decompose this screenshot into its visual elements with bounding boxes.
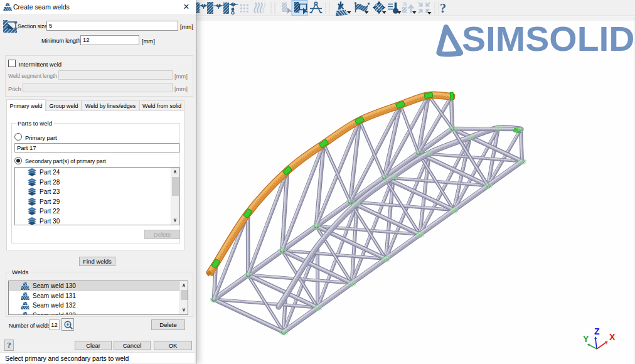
- scroll-down-icon[interactable]: ∨: [180, 306, 188, 314]
- scrollbar[interactable]: ∧∨: [171, 168, 179, 225]
- secondary-parts-radio[interactable]: [14, 157, 22, 164]
- section-size-input[interactable]: 5: [46, 21, 178, 31]
- list-item-label: Part 24: [40, 169, 60, 176]
- weld-segment-length-unit: [mm]: [174, 73, 188, 80]
- secondary-parts-list[interactable]: Part 24Part 28Part 23Part 29Part 22Part …: [14, 167, 179, 225]
- intermittent-checkbox[interactable]: [8, 60, 16, 67]
- welds-list[interactable]: Seam weld 130Seam weld 131Seam weld 132S…: [8, 281, 188, 315]
- scroll-up-icon[interactable]: ∧: [171, 168, 179, 176]
- scroll-down-icon[interactable]: ∨: [171, 216, 179, 225]
- partstack-icon: [28, 178, 36, 186]
- list-item[interactable]: Seam weld 130: [9, 281, 188, 291]
- find-welds-button[interactable]: Find welds: [79, 257, 115, 266]
- partstack-icon: [28, 188, 36, 196]
- weld-segment-length-label: Weld segment length: [8, 73, 57, 79]
- list-item-label: Seam weld 130: [33, 282, 76, 289]
- partstack-icon: [28, 217, 36, 225]
- number-of-welds-label: Number of welds: [9, 323, 50, 329]
- dialog-help-button[interactable]: ?: [4, 340, 14, 351]
- dialog-title: Create seam welds: [13, 3, 70, 11]
- list-item[interactable]: Seam weld 131: [9, 291, 188, 301]
- minimum-length-label: Minimum length: [41, 38, 80, 44]
- list-item-label: Part 22: [40, 208, 60, 215]
- section-size-label: Section size: [18, 23, 47, 29]
- pitch-input[interactable]: [23, 83, 173, 92]
- list-item-label: Part 23: [40, 188, 60, 195]
- list-item[interactable]: Part 30: [15, 217, 179, 226]
- list-item-label: Seam weld 132: [33, 302, 76, 309]
- scrollbar[interactable]: ∧∨: [179, 281, 188, 314]
- scroll-thumb[interactable]: [172, 177, 179, 196]
- seam-weld-icon: [3, 3, 13, 12]
- section-size-icon: [3, 19, 18, 34]
- cancel-button[interactable]: Cancel: [114, 341, 151, 350]
- weld-segment-length-input[interactable]: [58, 70, 173, 80]
- scroll-up-icon[interactable]: ∧: [180, 281, 188, 290]
- secondary-parts-label: Secondary part(s) of primary part: [25, 158, 106, 164]
- list-item[interactable]: Part 28: [15, 178, 179, 188]
- status-text: Select primary and secondary parts to we…: [5, 355, 129, 362]
- partstack-icon: [28, 198, 36, 206]
- minimum-length-input[interactable]: 12: [80, 35, 139, 45]
- pitch-label: Pitch: [8, 85, 21, 92]
- parts-delete-button[interactable]: Delete: [144, 230, 180, 239]
- weldpile-icon: [21, 292, 29, 300]
- tab-weld-from-solid[interactable]: Weld from solid: [139, 100, 184, 111]
- dialog-statusbar: Select primary and secondary parts to we…: [0, 352, 195, 363]
- weldpile-icon: [21, 301, 29, 309]
- ok-button[interactable]: OK: [154, 341, 192, 350]
- primary-part-label: Primary part: [25, 134, 57, 141]
- close-icon[interactable]: ×: [181, 1, 192, 13]
- section-size-unit: [mm]: [180, 23, 193, 30]
- list-item[interactable]: Part 24: [15, 168, 179, 178]
- welds-delete-button[interactable]: Delete: [151, 319, 185, 330]
- pitch-unit: [mm]: [174, 85, 188, 92]
- weldpile-icon: [21, 282, 29, 290]
- list-item-label: Seam weld 131: [33, 292, 76, 299]
- tab-primary-weld[interactable]: Primary weld: [6, 99, 46, 111]
- list-item[interactable]: Seam weld 132: [9, 301, 188, 311]
- minimum-length-unit: [mm]: [142, 38, 155, 45]
- axis-x-label: X: [609, 332, 616, 342]
- magnifier-icon: [63, 319, 74, 331]
- list-item[interactable]: Part 29: [15, 197, 179, 207]
- intermittent-label: Intermittent weld: [19, 61, 61, 68]
- parts-to-weld-label: Parts to weld: [16, 120, 54, 127]
- zoom-welds-button[interactable]: [61, 318, 74, 331]
- clear-button[interactable]: Clear: [75, 341, 112, 350]
- partstack-icon: [28, 207, 36, 215]
- dialog-titlebar: Create seam welds ×: [0, 0, 196, 14]
- list-item-label: Part 28: [40, 179, 60, 186]
- primary-part-radio[interactable]: [14, 133, 22, 141]
- weldpile-icon: [21, 311, 29, 315]
- list-item-label: Part 30: [40, 218, 60, 225]
- welds-label: Welds: [10, 269, 30, 276]
- primary-part-input[interactable]: Part 17: [14, 143, 179, 153]
- tab-group-weld[interactable]: Group weld: [46, 100, 82, 111]
- number-of-welds-value: 12: [49, 319, 60, 330]
- partstack-icon: [28, 168, 36, 176]
- list-item[interactable]: Part 23: [15, 187, 179, 197]
- list-item-label: Part 29: [40, 198, 60, 205]
- scroll-thumb[interactable]: [181, 290, 188, 300]
- list-item-label: Seam weld 133: [33, 312, 76, 315]
- tab-weld-by-lines-edges[interactable]: Weld by lines/edges: [82, 100, 139, 111]
- axis-y-label: Y: [583, 334, 589, 344]
- list-item[interactable]: Part 22: [15, 206, 179, 217]
- axis-z-label: Z: [594, 326, 600, 336]
- create-seam-welds-dialog: Create seam welds × Section size 5 [mm] …: [0, 0, 196, 364]
- list-item[interactable]: Seam weld 133: [9, 311, 188, 316]
